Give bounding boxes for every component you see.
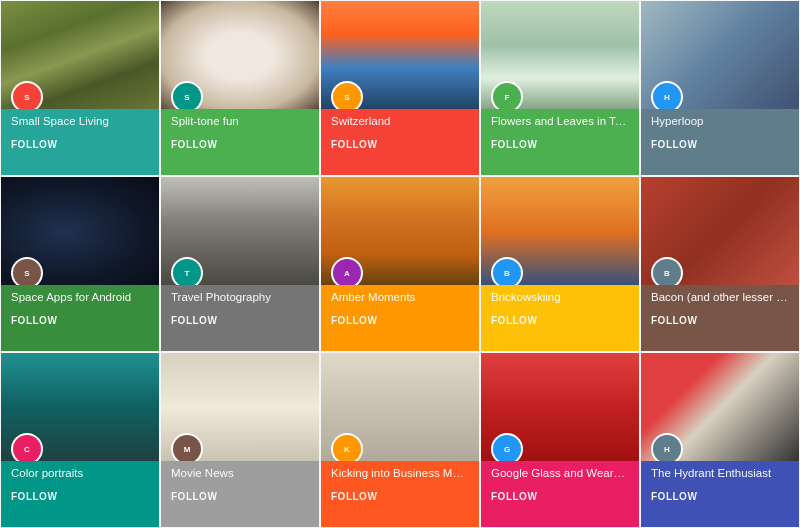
follow-button[interactable]: FOLLOW <box>491 491 629 502</box>
card-panel: Google Glass and Wearables FOLLOW <box>481 461 639 527</box>
card-panel: Color portraits FOLLOW <box>1 461 159 527</box>
card-title: Brickowskiing <box>491 291 629 305</box>
follow-button[interactable]: FOLLOW <box>171 315 309 326</box>
follow-button[interactable]: FOLLOW <box>491 139 629 150</box>
card-panel: The Hydrant Enthusiast FOLLOW <box>641 461 799 527</box>
card-panel: Split-tone fun FOLLOW <box>161 109 319 175</box>
card-switzerland[interactable]: S Switzerland Follow <box>320 0 480 176</box>
card-panel: Space Apps for Android FOLLOW <box>1 285 159 351</box>
card-panel: Bacon (and other lesser foo... FOLLOW <box>641 285 799 351</box>
card-panel: Travel Photography FOLLOW <box>161 285 319 351</box>
card-title: Color portraits <box>11 467 149 481</box>
card-amber-moments[interactable]: A Amber Moments FOLLOW <box>320 176 480 352</box>
card-bacon[interactable]: B Bacon (and other lesser foo... FOLLOW <box>640 176 800 352</box>
card-title: Switzerland <box>331 115 469 129</box>
card-title: Google Glass and Wearables <box>491 467 629 481</box>
card-title: The Hydrant Enthusiast <box>651 467 789 481</box>
card-panel: Small Space Living FOLLOW <box>1 109 159 175</box>
card-title: Kicking into Business Mode! <box>331 467 469 481</box>
follow-button[interactable]: Follow <box>331 139 469 150</box>
card-title: Flowers and Leaves in Toky... <box>491 115 629 129</box>
card-hydrant-enthusiast[interactable]: H The Hydrant Enthusiast FOLLOW <box>640 352 800 528</box>
follow-button[interactable]: FOLLOW <box>651 315 789 326</box>
follow-button[interactable]: FOLLOW <box>11 139 149 150</box>
card-flowers-leaves-tokyo[interactable]: F Flowers and Leaves in Toky... FOLLOW <box>480 0 640 176</box>
follow-button[interactable]: FOLLOW <box>651 491 789 502</box>
follow-button[interactable]: FOLLOW <box>491 315 629 326</box>
card-color-portraits[interactable]: C Color portraits FOLLOW <box>0 352 160 528</box>
card-google-glass-wearables[interactable]: G Google Glass and Wearables FOLLOW <box>480 352 640 528</box>
card-space-apps-android[interactable]: S Space Apps for Android FOLLOW <box>0 176 160 352</box>
card-panel: Switzerland Follow <box>321 109 479 175</box>
card-title: Small Space Living <box>11 115 149 129</box>
card-title: Split-tone fun <box>171 115 309 129</box>
card-panel: Amber Moments FOLLOW <box>321 285 479 351</box>
follow-button[interactable]: FOLLOW <box>331 491 469 502</box>
follow-button[interactable]: follow <box>171 491 309 502</box>
card-title: Hyperloop <box>651 115 789 129</box>
card-panel: Movie News follow <box>161 461 319 527</box>
card-title: Space Apps for Android <box>11 291 149 305</box>
follow-button[interactable]: FOLLOW <box>171 139 309 150</box>
card-hyperloop[interactable]: H Hyperloop FOLLOW <box>640 0 800 176</box>
card-brickowskiing[interactable]: B Brickowskiing FOLLOW <box>480 176 640 352</box>
follow-button[interactable]: FOLLOW <box>651 139 789 150</box>
card-title: Movie News <box>171 467 309 481</box>
card-movie-news[interactable]: M Movie News follow <box>160 352 320 528</box>
follow-button[interactable]: FOLLOW <box>331 315 469 326</box>
card-title: Travel Photography <box>171 291 309 305</box>
card-panel: Flowers and Leaves in Toky... FOLLOW <box>481 109 639 175</box>
card-panel: Kicking into Business Mode! FOLLOW <box>321 461 479 527</box>
card-travel-photography[interactable]: T Travel Photography FOLLOW <box>160 176 320 352</box>
follow-button[interactable]: FOLLOW <box>11 491 149 502</box>
card-split-tone-fun[interactable]: S Split-tone fun FOLLOW <box>160 0 320 176</box>
follow-button[interactable]: FOLLOW <box>11 315 149 326</box>
card-panel: Brickowskiing FOLLOW <box>481 285 639 351</box>
card-title: Bacon (and other lesser foo... <box>651 291 789 305</box>
card-kicking-business-mode[interactable]: K Kicking into Business Mode! FOLLOW <box>320 352 480 528</box>
cards-grid: S Small Space Living FOLLOW S Split-tone… <box>0 0 800 528</box>
card-title: Amber Moments <box>331 291 469 305</box>
card-small-space-living[interactable]: S Small Space Living FOLLOW <box>0 0 160 176</box>
card-panel: Hyperloop FOLLOW <box>641 109 799 175</box>
